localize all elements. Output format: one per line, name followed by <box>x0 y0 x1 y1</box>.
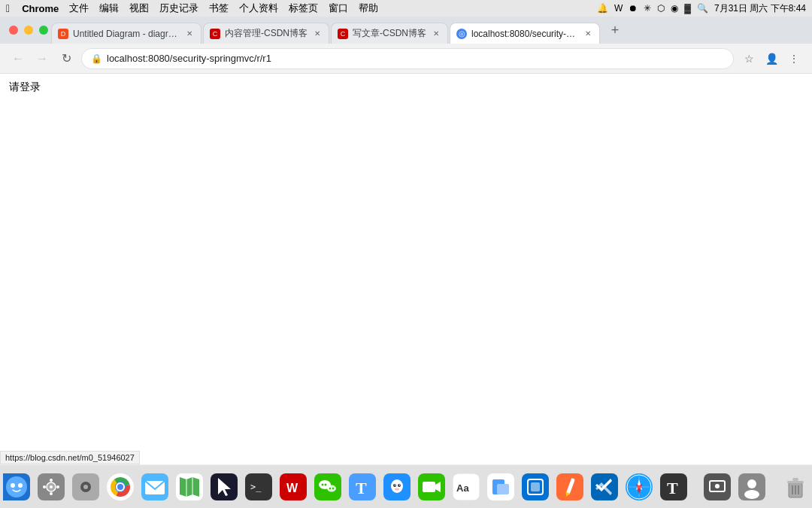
search-icon[interactable]: 🔍 <box>697 3 708 14</box>
tab-close-diagrams[interactable]: ✕ <box>184 29 195 39</box>
dock-item-typora2[interactable]: T <box>658 471 689 503</box>
tab-close-csdn-write[interactable]: ✕ <box>431 29 441 39</box>
dock-item-sketch[interactable] <box>554 471 586 503</box>
dock-item-maps[interactable] <box>174 471 205 503</box>
dock-item-system-prefs[interactable] <box>70 471 102 503</box>
svg-point-79 <box>747 479 756 488</box>
page-content: 请登录 <box>0 74 812 464</box>
chrome-menu-icon[interactable]: ⋮ <box>785 50 803 68</box>
record-icon: ⏺ <box>629 3 638 14</box>
svg-text:W: W <box>286 482 298 494</box>
svg-point-44 <box>391 479 403 493</box>
dock: >_ W T Aa T <box>0 464 812 508</box>
dock-item-qq[interactable] <box>381 471 413 503</box>
svg-point-38 <box>327 485 336 491</box>
bookmarks-menu[interactable]: 书签 <box>209 2 229 15</box>
address-bar: ← → ↻ 🔒 localhost:8080/security-springmv… <box>0 44 812 74</box>
svg-rect-57 <box>497 484 509 494</box>
svg-rect-83 <box>792 478 798 481</box>
tab-favicon-csdn-manage: C <box>210 29 220 39</box>
bookmark-star-icon[interactable]: ☆ <box>740 50 758 68</box>
menubar-right: 🔔 W ⏺ ✳ ⬡ ◉ ▓ 🔍 7月31日 周六 下午8:44 <box>597 2 806 15</box>
url-bar[interactable]: 🔒 localhost:8080/security-springmvc/r/r1 <box>81 48 734 69</box>
wifi-icon: ◉ <box>671 3 678 14</box>
svg-point-39 <box>329 487 331 488</box>
dock-item-wps[interactable]: W <box>277 471 309 503</box>
svg-marker-25 <box>180 477 199 497</box>
dock-item-trash[interactable] <box>780 471 811 503</box>
view-menu[interactable]: 视图 <box>129 2 149 15</box>
tab-title-csdn-manage: 内容管理-CSDN博客 <box>225 27 308 40</box>
dock-item-facetime[interactable] <box>416 471 447 503</box>
dock-item-finder[interactable] <box>1 471 32 503</box>
svg-point-49 <box>395 488 399 490</box>
dock-item-terminal[interactable]: >_ <box>243 471 274 503</box>
tab-csdn-write[interactable]: C 写文章-CSDN博客 ✕ <box>331 23 448 44</box>
dock-item-safari[interactable] <box>623 471 655 503</box>
tab-favicon-csdn-write: C <box>338 29 348 39</box>
reload-button[interactable]: ↻ <box>57 50 75 68</box>
svg-text:Aa: Aa <box>456 482 469 494</box>
bluetooth2-icon: ⬡ <box>657 3 665 14</box>
battery-icon: ▓ <box>684 3 691 14</box>
dock-item-launchpad[interactable] <box>35 471 67 503</box>
window-menu[interactable]: 窗口 <box>329 2 348 15</box>
apple-logo-icon[interactable]:  <box>6 2 10 14</box>
dock-item-screenshot[interactable] <box>701 471 733 503</box>
url-bar-right: ☆ 👤 ⋮ <box>740 50 803 68</box>
svg-point-77 <box>715 484 720 488</box>
history-menu[interactable]: 历史记录 <box>159 2 198 15</box>
svg-point-48 <box>399 484 401 485</box>
svg-text:T: T <box>356 479 367 497</box>
forward-button[interactable]: → <box>33 50 51 68</box>
svg-point-21 <box>117 484 123 490</box>
svg-point-3 <box>11 483 15 488</box>
tab-localhost[interactable]: ◎ localhost:8080/security-sprin... ✕ <box>450 23 600 44</box>
minimize-button[interactable] <box>24 26 33 35</box>
dock-item-chrome[interactable] <box>105 471 136 503</box>
dock-item-typora[interactable]: T <box>347 471 378 503</box>
dock-item-dictionary[interactable]: Aa <box>450 471 482 503</box>
profile-icon[interactable]: 👤 <box>762 50 780 68</box>
tab-favicon-diagrams: D <box>58 29 68 39</box>
datetime-display: 7月31日 周六 下午8:44 <box>714 2 806 15</box>
file-menu[interactable]: 文件 <box>69 2 89 15</box>
dock-item-preview[interactable] <box>485 471 517 503</box>
bluetooth-icon: ✳ <box>644 3 651 14</box>
svg-point-11 <box>56 485 59 488</box>
dock-item-profile[interactable] <box>736 471 768 503</box>
menubar-left:  Chrome 文件 编辑 视图 历史记录 书签 个人资料 标签页 窗口 帮助 <box>6 2 378 15</box>
lock-icon: 🔒 <box>91 53 102 64</box>
url-text: localhost:8080/security-springmvc/r/r1 <box>107 53 724 64</box>
wordscramble-icon: W <box>614 3 623 14</box>
svg-point-9 <box>50 492 53 495</box>
tab-close-localhost[interactable]: ✕ <box>583 29 593 39</box>
tab-bar: D Untitled Diagram - diagrams.n... ✕ C 内… <box>0 17 812 44</box>
tab-diagrams[interactable]: D Untitled Diagram - diagrams.n... ✕ <box>51 23 201 44</box>
svg-point-36 <box>322 483 324 485</box>
tabs-menu[interactable]: 标签页 <box>289 2 318 15</box>
svg-point-37 <box>325 483 327 485</box>
profile-menu[interactable]: 个人资料 <box>239 2 278 15</box>
tab-csdn-manage[interactable]: C 内容管理-CSDN博客 ✕ <box>203 23 329 44</box>
tab-title-localhost: localhost:8080/security-sprin... <box>471 29 578 39</box>
svg-point-10 <box>43 485 46 488</box>
edit-menu[interactable]: 编辑 <box>99 2 119 15</box>
dock-item-vscode[interactable] <box>589 471 620 503</box>
app-name-menu[interactable]: Chrome <box>22 3 59 14</box>
dock-item-mail[interactable] <box>139 471 171 503</box>
svg-rect-60 <box>531 482 540 491</box>
notification-icon: 🔔 <box>597 3 608 14</box>
back-button[interactable]: ← <box>9 50 27 68</box>
dock-item-wechat[interactable] <box>312 471 344 503</box>
dock-item-cursor[interactable] <box>208 471 240 503</box>
tab-close-csdn-manage[interactable]: ✕ <box>312 29 323 39</box>
svg-point-47 <box>395 484 396 485</box>
svg-point-2 <box>6 476 27 497</box>
dock-item-virtualbox[interactable] <box>520 471 551 503</box>
maximize-button[interactable] <box>39 26 48 35</box>
help-menu[interactable]: 帮助 <box>359 2 378 15</box>
close-button[interactable] <box>9 26 18 35</box>
new-tab-button[interactable]: + <box>604 20 626 41</box>
menubar:  Chrome 文件 编辑 视图 历史记录 书签 个人资料 标签页 窗口 帮助… <box>0 0 812 17</box>
